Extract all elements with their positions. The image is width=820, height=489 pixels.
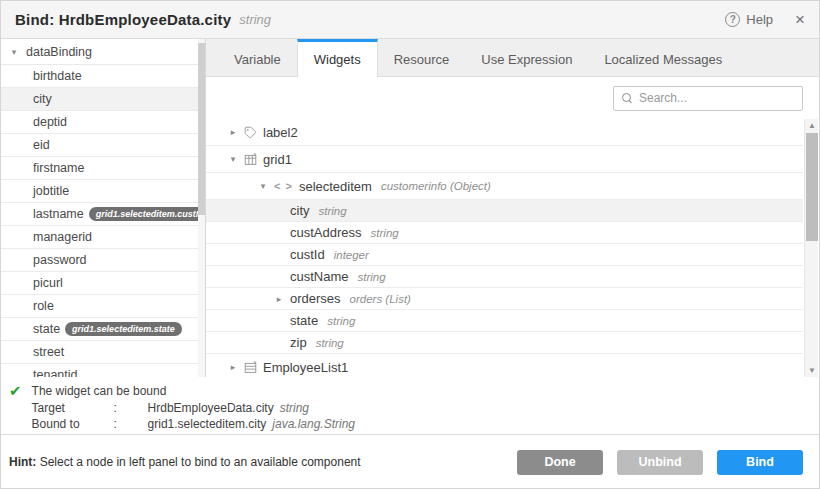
tree-node-label: selecteditem: [299, 179, 372, 194]
target-label: Target: [32, 400, 114, 417]
tree-node-type: string: [327, 315, 355, 327]
expander-spacer: [274, 228, 284, 238]
tree-row-orderses[interactable]: ▸ordersesorders (List): [206, 288, 803, 310]
tree-row-custname[interactable]: custNamestring: [206, 266, 803, 288]
tree-node-type: orders (List): [350, 293, 411, 305]
sidebar-item-label: password: [33, 253, 87, 267]
chevron-right-icon[interactable]: ▸: [274, 294, 284, 304]
help-button[interactable]: ? Help: [725, 12, 773, 27]
sidebar-item-eid[interactable]: eid: [1, 134, 205, 157]
tree-row-custid[interactable]: custIdinteger: [206, 244, 803, 266]
scroll-down-icon[interactable]: ▼: [805, 364, 819, 377]
sidebar-item-label: state: [33, 322, 60, 336]
sidebar-item-label: birthdate: [33, 69, 82, 83]
tree-node-label: custAddress: [290, 225, 362, 240]
tree-row-grid1[interactable]: ▾grid1: [206, 146, 803, 173]
scroll-up-icon[interactable]: ▲: [805, 119, 819, 132]
tree-node-label: grid1: [263, 152, 292, 167]
unbind-button[interactable]: Unbind: [617, 450, 703, 475]
chevron-right-icon[interactable]: ▸: [228, 362, 238, 372]
sidebar-item-lastname[interactable]: lastnamegrid1.selecteditem.custName: [1, 203, 205, 226]
tree-node-label: orderses: [290, 291, 341, 306]
status-bound-row: Bound to : grid1.selecteditem.cityjava.l…: [32, 416, 355, 433]
sidebar-item-label: picurl: [33, 276, 63, 290]
sidebar-scrollbar-thumb[interactable]: [198, 43, 205, 215]
object-icon: < >: [274, 180, 293, 192]
sidebar-root-databinding[interactable]: ▾ dataBinding: [1, 39, 205, 65]
tree-row-city[interactable]: citystring: [206, 200, 803, 222]
search-box[interactable]: [613, 86, 803, 111]
sidebar-item-label: tenantid: [33, 368, 77, 377]
tab-widgets[interactable]: Widgets: [297, 39, 378, 77]
sidebar-item-label: street: [33, 345, 64, 359]
sidebar-item-birthdate[interactable]: birthdate: [1, 65, 205, 88]
expander-spacer: [274, 338, 284, 348]
tree-node-label: zip: [290, 335, 307, 350]
chevron-down-icon[interactable]: ▾: [228, 154, 238, 164]
done-button[interactable]: Done: [517, 450, 603, 475]
tree-node-label: custName: [290, 269, 349, 284]
sidebar-item-picurl[interactable]: picurl: [1, 272, 205, 295]
tree-node-label: city: [290, 203, 310, 218]
expander-spacer: [274, 316, 284, 326]
sidebar-item-label: city: [33, 92, 52, 106]
sidebar-item-managerid[interactable]: managerid: [1, 226, 205, 249]
tab-bar: VariableWidgetsResourceUse ExpressionLoc…: [206, 39, 819, 77]
tree-row-employeelist1[interactable]: ▸EmployeeList1: [206, 354, 803, 377]
chevron-down-icon[interactable]: ▾: [9, 47, 19, 57]
search-input[interactable]: [639, 91, 794, 105]
sidebar-item-label: firstname: [33, 161, 84, 175]
tab-use-expression[interactable]: Use Expression: [465, 39, 588, 76]
tree-row-state[interactable]: statestring: [206, 310, 803, 332]
sidebar-scrollbar[interactable]: [198, 39, 205, 377]
search-row: [206, 77, 819, 119]
chevron-right-icon[interactable]: ▸: [228, 127, 238, 137]
sidebar-item-street[interactable]: street: [1, 341, 205, 364]
sidebar-item-label: eid: [33, 138, 50, 152]
sidebar-item-label: role: [33, 299, 54, 313]
bind-source-panel: VariableWidgetsResourceUse ExpressionLoc…: [206, 39, 819, 377]
tree-node-type: string: [371, 227, 399, 239]
bound-colon: :: [114, 416, 148, 433]
sidebar-item-deptid[interactable]: deptid: [1, 111, 205, 134]
tab-variable[interactable]: Variable: [218, 39, 297, 76]
sidebar-item-city[interactable]: city: [1, 88, 205, 111]
tree-node-type: string: [358, 271, 386, 283]
tree-scrollbar[interactable]: ▲ ▼: [804, 119, 818, 377]
chevron-down-icon[interactable]: ▾: [258, 181, 268, 191]
status-message: The widget can be bound: [32, 383, 355, 400]
grid-icon: [244, 153, 257, 166]
tree-row-label2[interactable]: ▸label2: [206, 119, 803, 146]
sidebar-item-firstname[interactable]: firstname: [1, 157, 205, 180]
tab-localized-messages[interactable]: Localized Messages: [588, 39, 738, 76]
check-icon: ✔: [9, 383, 22, 399]
tree-node-label: custId: [290, 247, 325, 262]
binding-status-panel: ✔ The widget can be bound Target : HrdbE…: [1, 377, 819, 435]
expander-spacer: [274, 250, 284, 260]
sidebar-item-jobtitle[interactable]: jobtitle: [1, 180, 205, 203]
dialog-header: Bind: HrdbEmployeeData.city string ? Hel…: [1, 1, 819, 39]
close-icon[interactable]: ×: [795, 11, 805, 28]
tree-row-custaddress[interactable]: custAddressstring: [206, 222, 803, 244]
list-icon: [244, 361, 257, 374]
target-value: HrdbEmployeeData.citystring: [148, 400, 355, 417]
sidebar-item-label: jobtitle: [33, 184, 69, 198]
hint-label: Hint:: [9, 455, 36, 469]
bind-button[interactable]: Bind: [717, 450, 803, 475]
widgets-tree: ▸label2▾grid1▾< >selecteditemcustomerinf…: [206, 119, 819, 377]
sidebar-item-password[interactable]: password: [1, 249, 205, 272]
tree-row-selecteditem[interactable]: ▾< >selecteditemcustomerinfo (Object): [206, 173, 803, 200]
tree-scrollbar-thumb[interactable]: [806, 133, 818, 241]
bind-dialog: { "header": { "title": "Bind: HrdbEmploy…: [0, 0, 820, 489]
tree-row-zip[interactable]: zipstring: [206, 332, 803, 354]
sidebar-item-tenantid[interactable]: tenantid: [1, 364, 205, 377]
search-icon: [622, 93, 633, 104]
sidebar-item-role[interactable]: role: [1, 295, 205, 318]
sidebar-item-state[interactable]: stategrid1.selecteditem.state: [1, 318, 205, 341]
tree-node-label: state: [290, 313, 318, 328]
tag-icon: [244, 126, 257, 139]
tree-node-label: EmployeeList1: [263, 360, 348, 375]
help-icon: ?: [725, 12, 740, 27]
tab-resource[interactable]: Resource: [378, 39, 466, 76]
tree-node-type: integer: [334, 249, 369, 261]
